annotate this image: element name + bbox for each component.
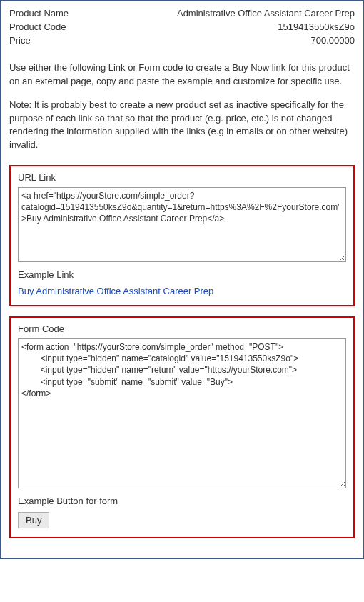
url-link-section: URL Link Example Link Buy Administrative… xyxy=(9,165,355,306)
product-price-label: Price xyxy=(9,35,31,46)
url-link-title: URL Link xyxy=(18,172,346,183)
form-code-section: Form Code Example Button for form Buy xyxy=(9,316,355,538)
product-name-label: Product Name xyxy=(9,8,69,19)
product-info: Product Name Administrative Office Assis… xyxy=(9,8,355,46)
form-code-textarea[interactable] xyxy=(18,338,346,488)
note-text: Note: It is probably best to create a ne… xyxy=(9,99,355,152)
product-price-row: Price 700.00000 xyxy=(9,35,355,46)
product-name-value: Administrative Office Assistant Career P… xyxy=(177,8,355,19)
form-code-title: Form Code xyxy=(18,323,346,334)
instructions-text: Use either the following Link or Form co… xyxy=(9,61,355,89)
example-link-label: Example Link xyxy=(18,269,346,280)
product-code-value: 1519413550ksZ9o xyxy=(278,21,355,32)
example-button-label: Example Button for form xyxy=(18,496,346,506)
buy-button[interactable]: Buy xyxy=(18,512,49,528)
product-link-panel: Product Name Administrative Office Assis… xyxy=(0,0,364,559)
product-code-row: Product Code 1519413550ksZ9o xyxy=(9,21,355,32)
product-price-value: 700.00000 xyxy=(311,35,355,46)
product-name-row: Product Name Administrative Office Assis… xyxy=(9,8,355,19)
url-link-code-textarea[interactable] xyxy=(18,187,346,262)
product-code-label: Product Code xyxy=(9,21,66,32)
example-link[interactable]: Buy Administrative Office Assistant Care… xyxy=(18,286,213,296)
